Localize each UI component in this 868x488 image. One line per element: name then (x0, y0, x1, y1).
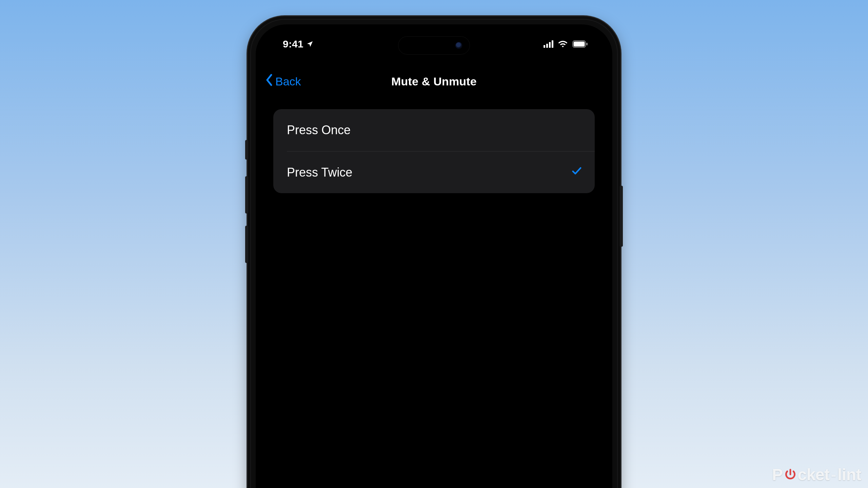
chevron-left-icon (265, 74, 273, 89)
options-group: Press Once Press Twice (273, 109, 595, 193)
watermark-prefix: P (772, 465, 783, 484)
side-button-silence-switch (245, 140, 248, 160)
nav-bar: Back Mute & Unmute (256, 68, 612, 95)
status-time: 9:41 (283, 38, 303, 50)
side-button-power (620, 186, 623, 247)
power-icon (784, 466, 797, 485)
back-label: Back (275, 75, 301, 88)
watermark-dash: - (831, 465, 836, 484)
side-button-volume-up (245, 176, 248, 214)
option-label: Press Once (287, 123, 351, 137)
watermark-suffix: lint (837, 465, 861, 484)
cellular-signal-icon (544, 40, 553, 48)
watermark-mid: cket (797, 465, 829, 484)
option-press-twice[interactable]: Press Twice (287, 151, 595, 193)
side-button-volume-down (245, 226, 248, 263)
battery-icon (572, 40, 588, 48)
back-button[interactable]: Back (265, 74, 301, 89)
dynamic-island (398, 37, 470, 54)
option-press-once[interactable]: Press Once (273, 109, 595, 151)
svg-rect-2 (586, 43, 588, 45)
phone-frame: 9:41 (248, 16, 620, 488)
page-title: Mute & Unmute (391, 75, 477, 88)
checkmark-icon (571, 165, 583, 180)
location-icon (306, 40, 314, 48)
wifi-icon (558, 40, 568, 48)
svg-rect-1 (574, 42, 585, 47)
front-camera-icon (455, 42, 462, 49)
status-left: 9:41 (283, 38, 314, 50)
watermark: P cket - lint (772, 465, 861, 484)
screen: 9:41 (256, 24, 612, 488)
option-label: Press Twice (287, 165, 352, 180)
status-right (544, 40, 588, 48)
